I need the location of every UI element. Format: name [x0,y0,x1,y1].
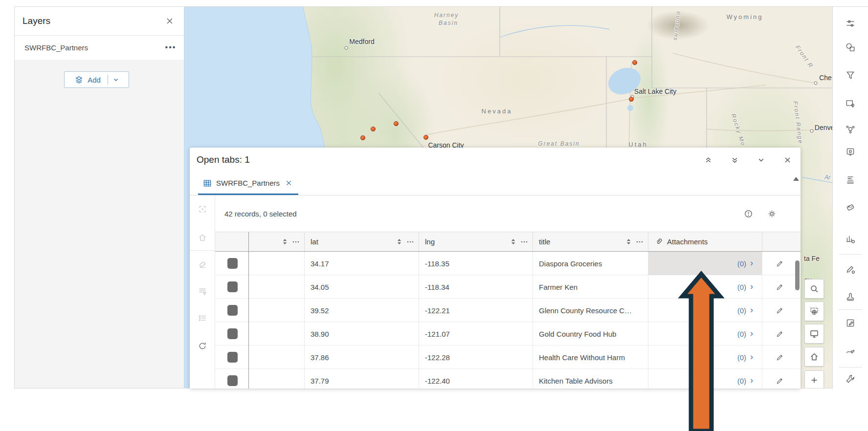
zoom-in-button[interactable] [804,370,824,388]
search-button[interactable] [804,279,824,299]
charts-icon[interactable] [842,231,859,247]
map-label-denver: Denve [815,124,833,131]
basemap-button[interactable] [804,302,824,321]
cell-title: Glenn County Resource C… [533,299,648,322]
edit-row-button[interactable] [776,353,784,362]
attachment-count-link[interactable]: (0) [737,353,746,362]
edit-row-button[interactable] [776,377,784,385]
styles-icon[interactable] [842,39,859,56]
effects-icon[interactable] [842,95,859,112]
map-label-basin: Basin [439,20,458,26]
tab-swrfbc-partners[interactable]: SWRFBC_Partners [198,172,298,195]
cell-lng: -118.35 [419,252,533,275]
filter-table-icon[interactable] [198,287,207,296]
chevron-right-icon: › [750,376,753,385]
attachment-count-link[interactable]: (0) [737,330,746,338]
collapse-panel-button[interactable] [728,153,741,166]
search-icon [809,284,819,294]
layer-options-button[interactable]: ••• [164,41,177,54]
feature-point[interactable] [423,135,428,140]
paperclip-icon [654,237,663,246]
feature-point[interactable] [394,121,399,126]
chevron-right-icon: › [750,352,753,361]
utility-wrench-icon[interactable] [842,370,859,387]
strip-divider [190,250,215,251]
properties-sliders-icon[interactable] [842,15,859,32]
column-menu-icon[interactable] [292,241,299,243]
column-menu-icon[interactable] [521,241,528,243]
zoom-to-selection-icon[interactable] [198,205,207,214]
attachment-count-link[interactable]: (0) [737,259,746,268]
layer-list-item[interactable]: SWRFBC_Partners ••• [15,36,184,59]
row-select-checkbox[interactable] [227,281,238,292]
table-info-button[interactable] [742,207,755,220]
feature-point[interactable] [632,60,637,65]
popups-icon[interactable] [842,144,859,160]
column-menu-icon[interactable] [636,241,643,243]
tab-close-icon[interactable] [286,180,291,186]
feature-point[interactable] [371,127,376,131]
edit-row-button[interactable] [776,330,784,338]
edit-row-button[interactable] [776,259,784,268]
home-extent-button[interactable] [804,347,824,366]
form-edit-icon[interactable] [842,315,859,331]
column-menu-icon[interactable] [407,241,414,243]
sort-icon[interactable] [626,238,631,245]
column-header-lng[interactable]: lng [419,232,533,251]
filter-icon[interactable] [842,67,859,84]
row-select-checkbox[interactable] [227,258,238,269]
attachment-count-link[interactable]: (0) [737,306,746,315]
labels-tag-icon[interactable] [842,199,859,216]
edit-row-button[interactable] [776,283,784,291]
table-header-row: lat lng title Attachments [215,232,801,252]
screen-button[interactable] [804,324,824,344]
attachment-count-link[interactable]: (0) [737,377,746,385]
minimize-panel-button[interactable] [755,153,767,166]
cell-title: Health Care Without Harm [533,345,648,369]
sort-icon[interactable] [282,238,288,245]
sort-icon[interactable] [397,238,402,245]
refresh-icon[interactable] [198,342,207,351]
sort-icon[interactable] [511,238,516,245]
row-select-checkbox[interactable] [227,375,238,386]
cell-lat: 37.79 [305,369,419,388]
column-header-lat[interactable]: lat [305,232,419,251]
layers-stack-icon [74,75,84,85]
cell-title: Kitchen Table Advisors [533,369,648,388]
add-layer-button[interactable]: Add [64,71,129,88]
home-icon[interactable] [198,233,207,242]
info-icon [744,209,753,218]
city-marker-cheyenne [814,82,818,85]
edit-row-button[interactable] [776,306,784,315]
map-label-harney: Harney [434,12,459,19]
column-header-title[interactable]: title [533,232,648,251]
show-selected-list-icon[interactable] [198,314,207,323]
column-header-blank[interactable] [249,232,305,251]
settings-toolbar [833,6,868,388]
feature-point[interactable] [360,135,365,140]
expand-panel-button[interactable] [702,153,714,166]
cell-lng: -118.34 [419,275,533,299]
edit-settings-icon[interactable] [842,261,859,278]
column-header-attachments[interactable]: Attachments [648,232,762,251]
city-marker-denver [810,129,814,133]
aggregation-icon[interactable] [842,121,859,137]
column-header-select[interactable] [215,232,249,251]
approve-stamp-icon[interactable] [842,288,859,305]
ellipsis-icon: ••• [165,45,177,50]
fields-icon[interactable] [842,172,859,188]
layer-name: SWRFBC_Partners [24,43,88,52]
row-select-checkbox[interactable] [227,328,238,339]
layers-panel-close-button[interactable] [163,15,176,27]
scrollbar-up-arrow[interactable] [793,177,799,181]
sketch-icon[interactable] [842,343,859,359]
scrollbar-thumb[interactable] [795,260,800,290]
feature-point[interactable] [629,97,634,102]
close-panel-button[interactable] [781,153,794,166]
map-label-salt-lake-city: Salt Lake City [634,87,676,95]
row-select-checkbox[interactable] [227,305,238,316]
attachment-count-link[interactable]: (0) [737,283,746,291]
row-select-checkbox[interactable] [227,352,238,363]
table-settings-button[interactable] [765,207,778,220]
clear-selection-eraser-icon[interactable] [198,260,207,269]
